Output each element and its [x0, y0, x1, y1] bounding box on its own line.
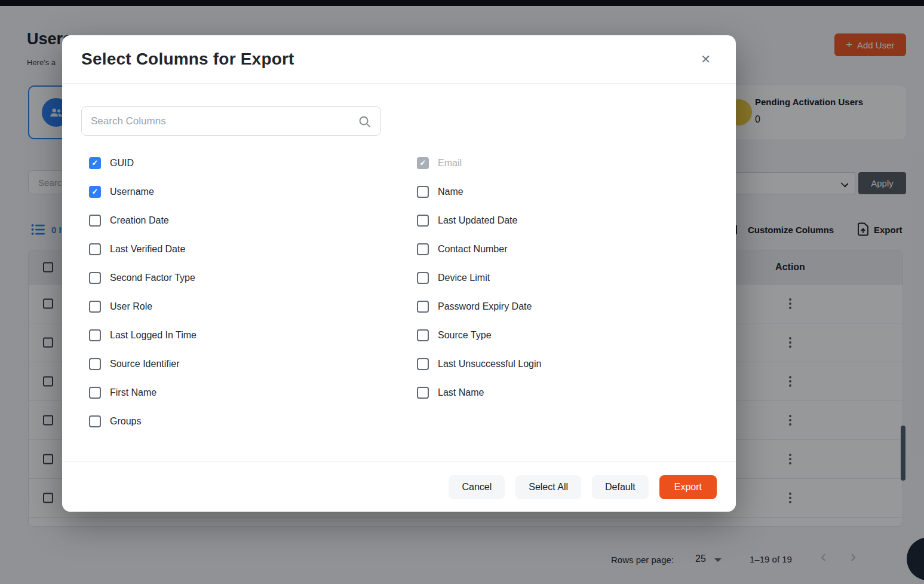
- columns-left: GUID Username Creation Date Last Verifie…: [89, 157, 417, 427]
- modal-title: Select Columns for Export: [81, 50, 294, 69]
- column-option-user-role[interactable]: User Role: [89, 300, 417, 313]
- checkbox[interactable]: [417, 301, 429, 313]
- column-option-last-verified-date[interactable]: Last Verified Date: [89, 243, 417, 255]
- checkbox[interactable]: [89, 301, 101, 313]
- column-option-source-identifier[interactable]: Source Identifier: [89, 357, 417, 370]
- search-columns-field: [81, 106, 381, 136]
- modal-footer: Cancel Select All Default Export: [62, 461, 736, 512]
- default-button[interactable]: Default: [592, 475, 649, 499]
- checkbox[interactable]: [89, 157, 101, 169]
- column-option-creation-date[interactable]: Creation Date: [89, 214, 417, 227]
- column-option-last-updated-date[interactable]: Last Updated Date: [417, 214, 541, 227]
- column-option-username[interactable]: Username: [89, 185, 417, 198]
- checkbox[interactable]: [417, 272, 429, 284]
- column-option-device-limit[interactable]: Device Limit: [417, 271, 541, 284]
- column-option-guid[interactable]: GUID: [89, 157, 417, 169]
- export-button[interactable]: Export: [659, 475, 717, 499]
- column-option-last-name[interactable]: Last Name: [417, 386, 541, 399]
- columns-right: Email Name Last Updated Date Contact Num…: [417, 157, 541, 427]
- checkbox-disabled: [417, 157, 429, 169]
- column-option-first-name[interactable]: First Name: [89, 386, 417, 399]
- column-option-contact-number[interactable]: Contact Number: [417, 243, 541, 255]
- cancel-button[interactable]: Cancel: [449, 475, 505, 499]
- columns-grid: GUID Username Creation Date Last Verifie…: [81, 157, 717, 427]
- screen: Users Here's a + Add User Pending Activa…: [0, 0, 924, 584]
- column-option-password-expiry-date[interactable]: Password Expiry Date: [417, 300, 541, 313]
- column-option-email: Email: [417, 157, 541, 169]
- column-option-source-type[interactable]: Source Type: [417, 329, 541, 341]
- select-all-button[interactable]: Select All: [515, 475, 581, 499]
- select-columns-modal: Select Columns for Export ✕ GUID: [62, 35, 736, 512]
- modal-header: Select Columns for Export ✕: [62, 35, 736, 84]
- column-option-name[interactable]: Name: [417, 185, 541, 198]
- checkbox[interactable]: [89, 243, 101, 255]
- checkbox[interactable]: [89, 415, 101, 427]
- search-icon: [358, 115, 372, 131]
- close-icon[interactable]: ✕: [701, 53, 711, 65]
- column-option-second-factor-type[interactable]: Second Factor Type: [89, 271, 417, 284]
- column-option-groups[interactable]: Groups: [89, 415, 417, 427]
- checkbox[interactable]: [417, 215, 429, 227]
- checkbox[interactable]: [89, 329, 101, 341]
- column-option-last-logged-in-time[interactable]: Last Logged In Time: [89, 329, 417, 341]
- checkbox[interactable]: [89, 186, 101, 198]
- checkbox[interactable]: [417, 186, 429, 198]
- checkbox[interactable]: [89, 272, 101, 284]
- checkbox[interactable]: [417, 387, 429, 399]
- checkbox[interactable]: [89, 358, 101, 370]
- column-option-last-unsuccessful-login[interactable]: Last Unsuccessful Login: [417, 357, 541, 370]
- modal-body: GUID Username Creation Date Last Verifie…: [62, 84, 736, 427]
- checkbox[interactable]: [89, 215, 101, 227]
- checkbox[interactable]: [417, 358, 429, 370]
- checkbox[interactable]: [417, 243, 429, 255]
- checkbox[interactable]: [89, 387, 101, 399]
- search-columns-input[interactable]: [82, 107, 380, 135]
- checkbox[interactable]: [417, 329, 429, 341]
